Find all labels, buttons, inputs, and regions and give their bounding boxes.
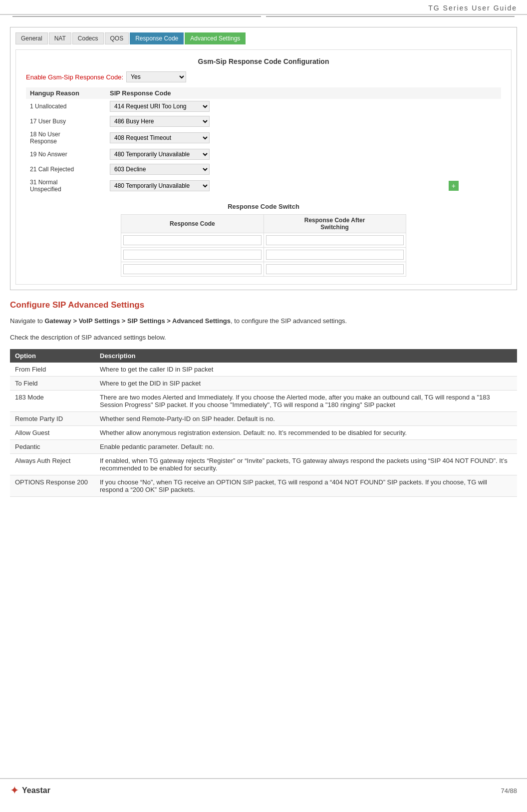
response-select-1[interactable]: 414 Request URI Too Long 480 Temporarily… xyxy=(110,101,210,112)
tab-response-code[interactable]: Response Code xyxy=(130,32,184,44)
desc-to-field: Where to get the DID in SIP packet xyxy=(95,376,517,390)
reason-3: 18 No UserResponse xyxy=(26,129,106,147)
settings-row-allow-guest: Allow Guest Whether allow anonymous regi… xyxy=(10,425,517,439)
footer: ✦ Yeastar 74/88 xyxy=(0,778,527,802)
page-number: 74/88 xyxy=(501,787,517,795)
settings-row-from-field: From Field Where to get the caller ID in… xyxy=(10,363,517,377)
switch-input-2b[interactable] xyxy=(266,250,404,260)
switch-row-3 xyxy=(121,262,406,277)
ui-screenshot-box: General NAT Codecs QOS Response Code Adv… xyxy=(10,27,517,290)
switch-row-2 xyxy=(121,248,406,262)
switch-input-2a[interactable] xyxy=(123,250,261,260)
enable-label: Enable Gsm-Sip Response Code: xyxy=(26,73,123,81)
response-6: 480 Temporarily Unavailable 486 Busy Her… xyxy=(106,177,445,195)
switch-input-1b[interactable] xyxy=(266,235,404,245)
response-4: 480 Temporarily Unavailable 486 Busy Her… xyxy=(106,147,445,162)
desc-allow-guest: Whether allow anonymous registration ext… xyxy=(95,425,517,439)
option-pedantic: Pedantic xyxy=(10,439,95,453)
logo-area: ✦ Yeastar xyxy=(10,784,50,797)
option-options-response-200: OPTIONS Response 200 xyxy=(10,475,95,496)
tab-qos[interactable]: QOS xyxy=(105,32,129,44)
response-5: 603 Decline 480 Temporarily Unavailable xyxy=(106,162,445,177)
option-to-field: To Field xyxy=(10,376,95,390)
settings-row-options-response-200: OPTIONS Response 200 If you choose “No”,… xyxy=(10,475,517,496)
reason-5: 21 Call Rejected xyxy=(26,162,106,177)
desc-pedantic: Enable pedantic parameter. Default: no. xyxy=(95,439,517,453)
settings-row-remote-party-id: Remote Party ID Whether send Remote-Part… xyxy=(10,411,517,425)
settings-row-to-field: To Field Where to get the DID in SIP pac… xyxy=(10,376,517,390)
hangup-row-1: 1 Unallocated 414 Request URI Too Long 4… xyxy=(26,99,501,114)
response-2: 486 Busy Here 480 Temporarily Unavailabl… xyxy=(106,114,445,129)
option-remote-party-id: Remote Party ID xyxy=(10,411,95,425)
reason-2: 17 User Busy xyxy=(26,114,106,129)
settings-row-183-mode: 183 Mode There are two modes Alerted and… xyxy=(10,390,517,411)
tab-codecs[interactable]: Codecs xyxy=(72,32,104,44)
description-table: Option Description From Field Where to g… xyxy=(10,349,517,497)
tab-nat[interactable]: NAT xyxy=(49,32,71,44)
option-header: Option xyxy=(10,349,95,363)
main-content: General NAT Codecs QOS Response Code Adv… xyxy=(0,22,527,507)
config-box: Gsm-Sip Response Code Configuration Enab… xyxy=(15,49,512,285)
reason-6: 31 NormalUnspecified xyxy=(26,177,106,195)
response-select-6[interactable]: 480 Temporarily Unavailable 486 Busy Her… xyxy=(110,180,210,191)
desc-remote-party-id: Whether send Remote-Party-ID on SIP head… xyxy=(95,411,517,425)
reason-1: 1 Unallocated xyxy=(26,99,106,114)
header-line-2 xyxy=(266,16,515,17)
switch-input-3a[interactable] xyxy=(123,264,261,274)
option-always-auth-reject: Always Auth Reject xyxy=(10,453,95,475)
sip-response-header: SIP Response Code xyxy=(106,87,445,99)
switch-input-1a[interactable] xyxy=(123,235,261,245)
body-text-1-suffix: , to configure the SIP advanced settings… xyxy=(231,317,347,325)
reason-4: 19 No Answer xyxy=(26,147,106,162)
switch-table: Response Code Response Code AfterSwitchi… xyxy=(121,214,406,277)
hangup-row-5: 21 Call Rejected 603 Decline 480 Tempora… xyxy=(26,162,501,177)
hangup-row-3: 18 No UserResponse 408 Request Timeout 4… xyxy=(26,129,501,147)
response-select-2[interactable]: 486 Busy Here 480 Temporarily Unavailabl… xyxy=(110,116,210,127)
desc-183-mode: There are two modes Alerted and Immediat… xyxy=(95,390,517,411)
switch-row-1 xyxy=(121,233,406,248)
response-3: 408 Request Timeout 480 Temporarily Unav… xyxy=(106,129,445,147)
logo-star-icon: ✦ xyxy=(10,784,19,797)
nav-path: Gateway > VoIP Settings > SIP Settings >… xyxy=(44,317,231,325)
switch-input-3b[interactable] xyxy=(266,264,404,274)
option-allow-guest: Allow Guest xyxy=(10,425,95,439)
hangup-row-4: 19 No Answer 480 Temporarily Unavailable… xyxy=(26,147,501,162)
tabs-row: General NAT Codecs QOS Response Code Adv… xyxy=(15,32,512,44)
settings-row-always-auth-reject: Always Auth Reject If enabled, when TG g… xyxy=(10,453,517,475)
settings-row-pedantic: Pedantic Enable pedantic parameter. Defa… xyxy=(10,439,517,453)
logo-text: Yeastar xyxy=(22,786,50,795)
tab-general[interactable]: General xyxy=(15,32,48,44)
config-title: Gsm-Sip Response Code Configuration xyxy=(26,57,501,65)
response-select-5[interactable]: 603 Decline 480 Temporarily Unavailable xyxy=(110,164,210,175)
description-header: Description xyxy=(95,349,517,363)
body-text-1-prefix: Navigate to xyxy=(10,317,44,325)
desc-always-auth-reject: If enabled, when TG gateway rejects “Reg… xyxy=(95,453,517,475)
enable-row: Enable Gsm-Sip Response Code: Yes No xyxy=(26,71,501,82)
hangup-row-6: 31 NormalUnspecified 480 Temporarily Una… xyxy=(26,177,501,195)
header-line-1 xyxy=(12,16,261,17)
option-183-mode: 183 Mode xyxy=(10,390,95,411)
response-select-3[interactable]: 408 Request Timeout 480 Temporarily Unav… xyxy=(110,132,210,143)
enable-select[interactable]: Yes No xyxy=(126,71,186,82)
hangup-table: Hangup Reason SIP Response Code 1 Unallo… xyxy=(26,87,501,195)
hangup-row-2: 17 User Busy 486 Busy Here 480 Temporari… xyxy=(26,114,501,129)
body-text-2: Check the description of SIP advanced se… xyxy=(10,333,517,343)
section-heading: Configure SIP Advanced Settings xyxy=(10,300,517,310)
desc-from-field: Where to get the caller ID in SIP packet xyxy=(95,363,517,377)
hangup-reason-header: Hangup Reason xyxy=(26,87,106,99)
add-row-button[interactable]: + xyxy=(449,181,459,191)
response-1: 414 Request URI Too Long 480 Temporarily… xyxy=(106,99,445,114)
switch-col1-header: Response Code xyxy=(121,215,264,233)
desc-options-response-200: If you choose “No”, when TG receive an O… xyxy=(95,475,517,496)
tab-advanced-settings[interactable]: Advanced Settings xyxy=(185,32,246,44)
header: TG Series User Guide xyxy=(0,0,527,15)
option-from-field: From Field xyxy=(10,363,95,377)
switch-col2-header: Response Code AfterSwitching xyxy=(264,215,406,233)
header-title: TG Series User Guide xyxy=(428,4,517,12)
response-select-4[interactable]: 480 Temporarily Unavailable 486 Busy Her… xyxy=(110,149,210,160)
header-decoration xyxy=(0,15,527,17)
body-text-1: Navigate to Gateway > VoIP Settings > SI… xyxy=(10,316,517,327)
switch-title: Response Code Switch xyxy=(26,203,501,210)
